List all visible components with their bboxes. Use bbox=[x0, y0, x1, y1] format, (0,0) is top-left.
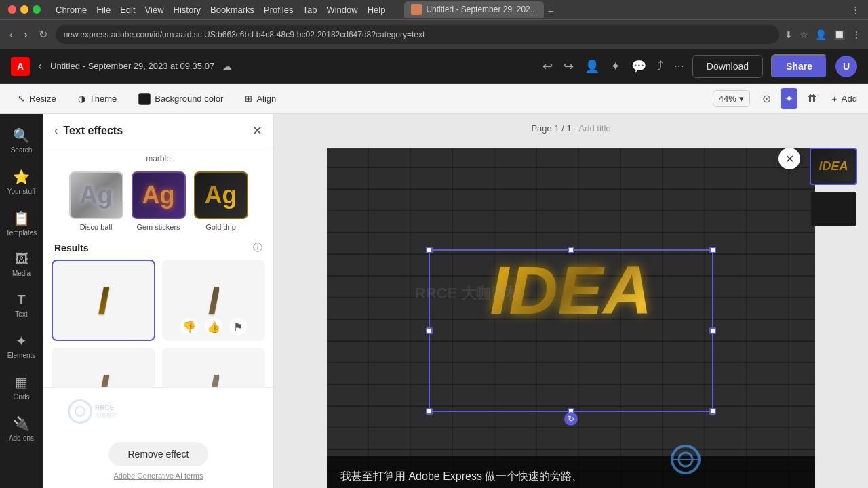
result-card-1[interactable]: I bbox=[52, 260, 155, 341]
document-title: Untitled - September 29, 2023 at 09.35.0… bbox=[50, 61, 214, 71]
add-title-btn[interactable]: Add title bbox=[579, 123, 611, 134]
bg-color-btn[interactable]: Background color bbox=[132, 89, 230, 108]
effect-gold-drip[interactable]: Ag Gold drip bbox=[194, 171, 248, 231]
mac-menu-view[interactable]: View bbox=[145, 5, 164, 15]
resize-btn[interactable]: ⤡ Resize bbox=[11, 90, 63, 107]
browser-tab[interactable]: Untitled - September 29, 202... bbox=[404, 1, 543, 18]
undo-btn[interactable]: ↩ bbox=[542, 59, 553, 74]
close-window-btn[interactable] bbox=[8, 5, 16, 14]
sidebar-item-yourstuff[interactable]: ⭐ Your stuff bbox=[3, 163, 41, 201]
gold-drip-label: Gold drip bbox=[205, 223, 236, 231]
effect-gem-stickers[interactable]: Ag Gem stickers bbox=[132, 171, 186, 231]
sidebar-item-search[interactable]: 🔍 Search bbox=[3, 122, 41, 159]
replace-icon[interactable]: ⊙ bbox=[758, 88, 775, 109]
gem-stickers-thumb: Ag bbox=[132, 171, 186, 219]
download-page-icon[interactable]: ⬇ bbox=[785, 29, 793, 40]
user-avatar[interactable]: U bbox=[835, 56, 857, 77]
sidebar-item-grids[interactable]: ▦ Grids bbox=[3, 369, 41, 406]
like-btn[interactable]: 👍 bbox=[205, 318, 222, 336]
magic-icon[interactable]: ✦ bbox=[610, 59, 620, 74]
thumb-dark-preview bbox=[811, 192, 856, 226]
sidebar-item-addons[interactable]: 🔌 Add-ons bbox=[3, 410, 41, 447]
sidebar-elements-label: Elements bbox=[7, 352, 36, 359]
fullscreen-window-btn[interactable] bbox=[33, 5, 41, 14]
result-card-3[interactable]: I bbox=[52, 348, 155, 387]
thumbnail-page-1[interactable]: IDEA bbox=[810, 148, 857, 185]
mac-menu-edit[interactable]: Edit bbox=[120, 5, 135, 15]
profile-icon[interactable]: 👤 bbox=[815, 29, 827, 40]
zoom-control[interactable]: 44% ▾ bbox=[713, 90, 750, 107]
add-btn[interactable]: ＋ Add bbox=[830, 93, 857, 105]
addons-icon: 🔌 bbox=[13, 415, 30, 432]
yourstuff-icon: ⭐ bbox=[13, 169, 30, 185]
mac-menu-file[interactable]: File bbox=[96, 5, 111, 15]
redo-btn[interactable]: ↪ bbox=[564, 59, 574, 74]
mac-menu-tab[interactable]: Tab bbox=[302, 5, 317, 15]
download-button[interactable]: Download bbox=[692, 55, 763, 78]
forward-btn[interactable]: › bbox=[21, 26, 30, 43]
share-icon[interactable]: ⤴ bbox=[657, 59, 663, 73]
comment-icon[interactable]: 💬 bbox=[631, 59, 646, 74]
result-card-2[interactable]: I 👎 👍 ⚑ bbox=[162, 260, 266, 341]
theme-icon: ◑ bbox=[78, 94, 85, 104]
sidebar-item-templates[interactable]: 📋 Templates bbox=[3, 205, 41, 242]
thumbnail-page-2[interactable] bbox=[810, 190, 857, 228]
add-label: Add bbox=[842, 94, 857, 104]
result-preview-1: I bbox=[98, 277, 109, 324]
mac-menu-window[interactable]: Window bbox=[326, 5, 357, 15]
minimize-window-btn[interactable] bbox=[20, 5, 28, 14]
window-controls[interactable] bbox=[8, 5, 41, 14]
tab-area: Untitled - September 29, 202... + bbox=[404, 1, 554, 18]
bookmark-icon[interactable]: ☆ bbox=[800, 29, 808, 40]
url-bar[interactable]: new.express.adobe.com/id/urn:aaid:sc:US:… bbox=[56, 25, 779, 44]
idea-text-container[interactable]: IDEA ↻ bbox=[435, 256, 707, 405]
theme-btn[interactable]: ◑ Theme bbox=[71, 90, 123, 107]
mac-menu-bookmarks[interactable]: Bookmarks bbox=[210, 5, 254, 15]
refresh-btn[interactable]: ↻ bbox=[36, 25, 50, 43]
resize-label: Resize bbox=[29, 94, 56, 104]
more-options-btn[interactable]: ··· bbox=[674, 59, 684, 73]
search-icon: 🔍 bbox=[13, 127, 30, 144]
adobe-logo: A bbox=[11, 57, 30, 76]
canvas-close-btn[interactable]: ✕ bbox=[778, 148, 800, 169]
mac-menu-help[interactable]: Help bbox=[368, 5, 386, 15]
panel-title: Text effects bbox=[63, 125, 247, 137]
disco-ball-label: Disco ball bbox=[80, 223, 113, 231]
result-card-4[interactable]: I bbox=[162, 348, 266, 387]
dislike-btn[interactable]: 👎 bbox=[180, 318, 198, 336]
cloud-sync-icon: ☁ bbox=[222, 61, 232, 72]
sidebar-grids-label: Grids bbox=[14, 393, 30, 401]
info-icon[interactable]: ⓘ bbox=[253, 242, 262, 254]
align-btn[interactable]: ⊞ Align bbox=[238, 90, 283, 107]
generative-ai-terms-link[interactable]: Adobe Generative AI terms bbox=[113, 472, 203, 480]
share-button[interactable]: Share bbox=[771, 54, 827, 79]
grids-icon: ▦ bbox=[15, 374, 28, 390]
report-btn[interactable]: ⚑ bbox=[229, 318, 247, 336]
theme-label: Theme bbox=[90, 94, 117, 104]
subtitle-overlay: 我甚至打算用 Adobe Express 做一个快速的旁路、 I'm even … bbox=[327, 456, 815, 488]
left-sidebar: 🔍 Search ⭐ Your stuff 📋 Templates 🖼 Medi… bbox=[0, 114, 43, 488]
app-toolbar: A ‹ Untitled - September 29, 2023 at 09.… bbox=[0, 49, 868, 84]
extensions-icon[interactable]: 🔲 bbox=[833, 29, 845, 40]
mac-menu-profiles[interactable]: Profiles bbox=[264, 5, 293, 15]
sidebar-item-elements[interactable]: ✦ Elements bbox=[3, 327, 41, 365]
tab-title: Untitled - September 29, 202... bbox=[426, 5, 536, 14]
mac-menu-history[interactable]: History bbox=[174, 5, 201, 15]
results-section: Results ⓘ I I 👎 👍 ⚑ bbox=[43, 237, 273, 387]
remove-effect-button[interactable]: Remove effect bbox=[108, 442, 208, 466]
sidebar-item-text[interactable]: T Text bbox=[3, 287, 41, 323]
people-icon[interactable]: 👤 bbox=[585, 59, 599, 74]
mac-menu-chrome[interactable]: Chrome bbox=[56, 5, 87, 15]
more-options-icon[interactable]: ⋮ bbox=[852, 29, 861, 40]
sidebar-toggle-btn[interactable]: ‹ bbox=[38, 59, 42, 73]
panel-close-btn[interactable]: ✕ bbox=[252, 123, 262, 138]
back-btn[interactable]: ‹ bbox=[7, 26, 16, 43]
sidebar-item-media[interactable]: 🖼 Media bbox=[3, 246, 41, 283]
rotate-handle[interactable]: ↻ bbox=[564, 412, 578, 426]
new-tab-btn[interactable]: + bbox=[548, 5, 554, 18]
result-card-2-actions: 👎 👍 ⚑ bbox=[163, 318, 264, 336]
panel-back-btn[interactable]: ‹ bbox=[54, 125, 58, 137]
effect-disco-ball[interactable]: Ag Disco ball bbox=[69, 171, 123, 231]
effects-icon[interactable]: ✦ bbox=[781, 88, 797, 109]
delete-icon[interactable]: 🗑 bbox=[803, 88, 822, 109]
